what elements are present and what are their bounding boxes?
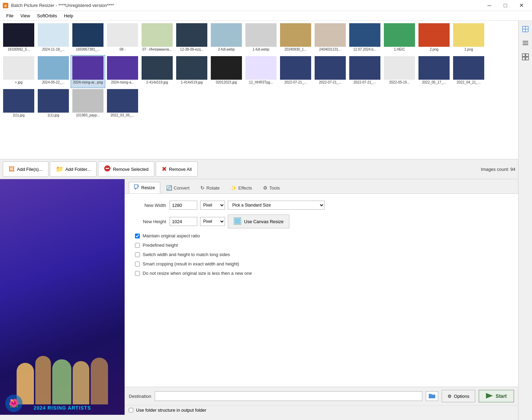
smart-cropping-checkbox[interactable] bbox=[135, 262, 140, 266]
thumbnail-label: 07 - Ингерманла... bbox=[141, 47, 174, 51]
standard-size-select[interactable]: Pick a Standard Size 800x600 1024x768 12… bbox=[228, 201, 325, 210]
predefined-height-checkbox[interactable] bbox=[135, 243, 140, 248]
thumbnail-item[interactable]: 07 - Ингерманла... bbox=[140, 22, 174, 55]
tab-effects[interactable]: ✨ Effects bbox=[226, 183, 258, 193]
remove-all-icon: ✖ bbox=[162, 165, 167, 173]
thumbnail-label: 1-414x519.jpg bbox=[175, 80, 208, 84]
tab-resize[interactable]: Resize bbox=[129, 182, 160, 193]
tab-tools[interactable]: ⚙ Tools bbox=[258, 183, 285, 193]
thumbnail-item[interactable]: 12.07.2024.b... bbox=[348, 22, 382, 55]
use-canvas-resize-button[interactable]: Use Canvas Resize bbox=[228, 215, 289, 228]
thumbnail-item[interactable]: 1.png bbox=[451, 22, 486, 55]
thumbnail-item[interactable]: 20240930_1... bbox=[278, 22, 313, 55]
switch-width-height-label[interactable]: Switch width and height to match long si… bbox=[143, 252, 230, 257]
thumbnail-item[interactable]: 2024-rising-ar...png bbox=[71, 55, 105, 88]
maintain-aspect-checkbox[interactable] bbox=[135, 234, 140, 238]
thumbnail-item[interactable]: 2404031131... bbox=[313, 22, 348, 55]
menu-help[interactable]: Help bbox=[61, 12, 77, 20]
add-folder-button[interactable]: 📁 Add Folder... bbox=[50, 161, 97, 177]
remove-selected-label: Remove Selected bbox=[113, 167, 148, 172]
maximize-button[interactable]: □ bbox=[497, 0, 513, 11]
thumbnail-item[interactable]: 2022_04_21_... bbox=[451, 55, 486, 88]
close-button[interactable]: ✕ bbox=[513, 0, 529, 11]
add-files-button[interactable]: 🖼 Add File(s)... bbox=[3, 161, 48, 177]
remove-selected-button[interactable]: Remove Selected bbox=[98, 161, 154, 177]
thumbnail-label: 12_HHR3Tpg... bbox=[244, 80, 278, 84]
destination-input[interactable] bbox=[155, 391, 422, 401]
sidebar-list-button[interactable] bbox=[520, 37, 531, 49]
thumbnail-item[interactable]: 1.HEIC bbox=[382, 22, 417, 55]
thumbnail-item[interactable]: 2022-05-19... bbox=[382, 55, 417, 88]
right-sidebar bbox=[518, 21, 532, 420]
effects-icon: ✨ bbox=[231, 185, 237, 191]
thumbnail-item[interactable]: 2.png bbox=[417, 22, 451, 55]
thumbnail-item[interactable]: 2-414x519.jpg bbox=[140, 55, 174, 88]
switch-width-height-checkbox[interactable] bbox=[135, 252, 140, 257]
thumbnail-item[interactable]: 2024-05-22_... bbox=[36, 55, 71, 88]
maintain-aspect-label[interactable]: Maintain original aspect ratio bbox=[143, 233, 200, 238]
images-count: Images count: 94 bbox=[481, 167, 515, 172]
minimize-button[interactable]: ─ bbox=[481, 0, 497, 11]
tab-convert-label: Convert bbox=[174, 185, 190, 191]
sidebar-images-button[interactable] bbox=[520, 24, 531, 35]
tab-rotate[interactable]: ↻ Rotate bbox=[195, 183, 225, 193]
thumbnail-item[interactable]: 1(1).jpg bbox=[36, 88, 71, 121]
thumbnail-item[interactable]: 1-414x519.jpg bbox=[174, 55, 209, 88]
thumbnail-item[interactable]: 02012023.jpg bbox=[209, 55, 244, 88]
options-button[interactable]: ⚙ Options bbox=[442, 390, 475, 402]
thumbnail-label: 12.07.2024.b... bbox=[348, 47, 381, 51]
tab-effects-label: Effects bbox=[238, 185, 252, 191]
thumbnail-item[interactable]: 2022_03_05_... bbox=[105, 88, 140, 121]
thumbnail-item[interactable]: +.jpg bbox=[1, 55, 36, 88]
thumbnail-label: 2.png bbox=[417, 47, 451, 51]
tab-convert[interactable]: 🔄 Convert bbox=[161, 183, 195, 193]
thumbnail-item[interactable]: 2-full.webp bbox=[209, 22, 244, 55]
thumbnail-label: 101983_payp... bbox=[71, 113, 105, 117]
thumbnail-label: +.jpg bbox=[2, 80, 35, 84]
thumbnail-item[interactable]: 2022-07-21_... bbox=[348, 55, 382, 88]
bottom-checkbox-bar: Use folder structure in output folder bbox=[125, 405, 518, 415]
sidebar-grid-button[interactable] bbox=[520, 51, 531, 62]
menu-view[interactable]: View bbox=[17, 12, 34, 20]
thumbnail-item[interactable]: 2022-07-21_... bbox=[313, 55, 348, 88]
menu-file[interactable]: File bbox=[3, 12, 17, 20]
thumbnail-item[interactable]: 12_HHR3Tpg... bbox=[244, 55, 278, 88]
svg-rect-4 bbox=[134, 185, 138, 188]
menu-softorbits[interactable]: SoftOrbits bbox=[34, 12, 61, 20]
destination-folder-button[interactable] bbox=[426, 391, 438, 401]
bottom-panel: 2024 RISING ARTISTS 🌺 bbox=[0, 179, 518, 415]
predefined-height-label[interactable]: Predefined height bbox=[143, 243, 178, 248]
new-width-input[interactable] bbox=[170, 201, 197, 210]
svg-rect-15 bbox=[523, 29, 525, 32]
new-height-input[interactable] bbox=[170, 217, 197, 226]
gallery-grid[interactable]: 18330992_5...2024-11-18_...1659957381_..… bbox=[0, 21, 518, 159]
tools-icon: ⚙ bbox=[263, 185, 268, 191]
new-height-unit-select[interactable]: Pixel Percent Inch cm mm bbox=[200, 217, 225, 226]
new-height-label: New Height bbox=[132, 219, 166, 224]
thumbnail-item[interactable]: 2024-11-18_... bbox=[36, 22, 71, 55]
thumbnail-item[interactable]: 12-38-09-ezq... bbox=[174, 22, 209, 55]
thumbnail-item[interactable]: 08 - bbox=[105, 22, 140, 55]
folder-structure-label[interactable]: Use folder structure in output folder bbox=[136, 408, 206, 413]
thumbnail-item[interactable]: 2022_05_17_... bbox=[417, 55, 451, 88]
thumbnail-item[interactable]: 2022-07-21_... bbox=[278, 55, 313, 88]
thumbnail-label: 2-full.webp bbox=[210, 47, 243, 51]
thumbnail-item[interactable]: 18330992_5... bbox=[1, 22, 36, 55]
remove-all-button[interactable]: ✖ Remove All bbox=[156, 161, 198, 177]
thumbnail-label: 2022_05_17_... bbox=[417, 80, 451, 84]
thumbnail-item[interactable]: 101983_payp... bbox=[71, 88, 105, 121]
thumbnail-item[interactable]: 1659957381_... bbox=[71, 22, 105, 55]
start-button[interactable]: Start bbox=[479, 390, 514, 402]
thumbnail-label: 02012023.jpg bbox=[210, 80, 243, 84]
smart-cropping-label[interactable]: Smart cropping (result in exact width an… bbox=[143, 261, 239, 266]
do-not-resize-checkbox[interactable] bbox=[135, 271, 140, 276]
thumbnail-item[interactable]: 2024-rising-a... bbox=[105, 55, 140, 88]
thumbnail-label: 1-full.webp bbox=[244, 47, 278, 51]
thumbnail-item[interactable]: 2(1).jpg bbox=[1, 88, 36, 121]
new-width-unit-select[interactable]: Pixel Percent Inch cm mm bbox=[200, 201, 225, 210]
thumbnail-label: 2024-11-18_... bbox=[37, 47, 70, 51]
thumbnail-item[interactable]: 1-full.webp bbox=[244, 22, 278, 55]
svg-marker-11 bbox=[486, 393, 493, 399]
folder-structure-checkbox[interactable] bbox=[129, 408, 133, 412]
do-not-resize-label[interactable]: Do not resize when original size is less… bbox=[143, 271, 252, 276]
